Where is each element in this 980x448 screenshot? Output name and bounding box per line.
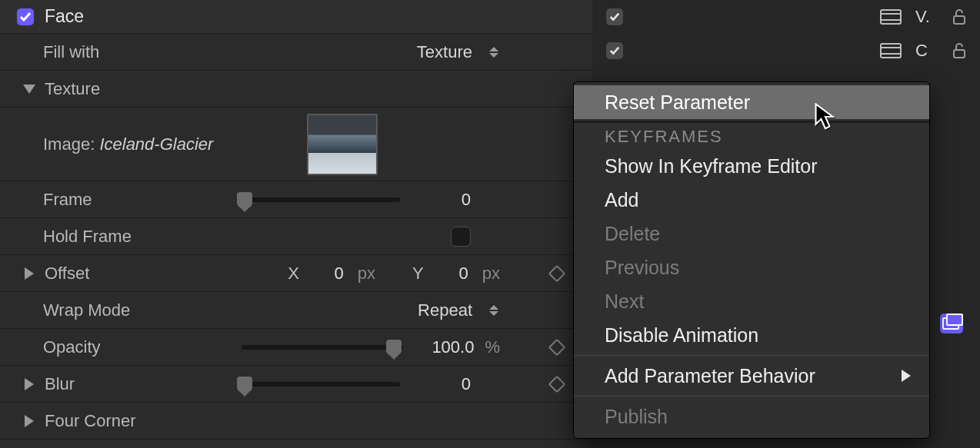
blur-row[interactable]: Blur 0 xyxy=(0,366,592,403)
svg-rect-3 xyxy=(954,16,965,24)
offset-x-value[interactable]: 0 xyxy=(313,264,344,284)
frame-slider[interactable] xyxy=(238,197,400,202)
image-name: Iceland-Glacier xyxy=(99,134,213,154)
image-thumbnail[interactable] xyxy=(307,114,378,175)
menu-add-keyframe[interactable]: Add xyxy=(574,183,929,217)
keyframe-diamond-icon[interactable] xyxy=(548,375,566,393)
opacity-row: Opacity 100.0 % xyxy=(0,329,592,366)
hold-frame-label: Hold Frame xyxy=(43,227,205,247)
four-corner-label: Four Corner xyxy=(45,411,206,431)
menu-add-parameter-behavior-label: Add Parameter Behavior xyxy=(605,365,815,387)
hold-frame-checkbox[interactable] xyxy=(451,227,471,247)
disclosure-triangle-right-icon[interactable] xyxy=(22,267,37,280)
offset-controls: X 0 px Y 0 px xyxy=(288,264,500,284)
group-title: Face xyxy=(45,6,84,27)
layer-row[interactable]: V. xyxy=(592,0,980,34)
fill-with-row: Fill with Texture xyxy=(0,34,592,71)
offset-label: Offset xyxy=(45,264,183,284)
menu-show-in-keyframe-editor[interactable]: Show In Keyframe Editor xyxy=(574,149,929,183)
svg-rect-4 xyxy=(881,44,901,58)
menu-publish: Publish xyxy=(574,400,929,433)
image-row: Image: Iceland-Glacier xyxy=(0,108,592,181)
frame-row: Frame 0 xyxy=(0,181,592,218)
menu-section-keyframes: KEYFRAMES xyxy=(574,124,929,149)
fill-with-label: Fill with xyxy=(43,42,205,62)
group-face-row[interactable]: Face xyxy=(0,0,592,34)
fill-with-value[interactable]: Texture xyxy=(417,42,472,62)
disclosure-triangle-right-icon[interactable] xyxy=(22,378,37,390)
hold-frame-row: Hold Frame xyxy=(0,218,592,255)
wrap-mode-label: Wrap Mode xyxy=(43,300,205,320)
svg-rect-7 xyxy=(954,50,965,58)
lock-icon[interactable] xyxy=(952,8,966,25)
inspector-panel: Face Fill with Texture Texture Image: Ic… xyxy=(0,0,592,448)
opacity-label: Opacity xyxy=(43,337,205,357)
keyframe-diamond-icon[interactable] xyxy=(548,264,566,282)
frame-value[interactable]: 0 xyxy=(411,190,471,210)
image-label: Image: xyxy=(43,134,95,154)
offset-row[interactable]: Offset X 0 px Y 0 px xyxy=(0,255,592,292)
wrap-mode-value[interactable]: Repeat xyxy=(418,300,472,320)
four-corner-row[interactable]: Four Corner xyxy=(0,403,592,440)
filmstrip-icon xyxy=(880,43,902,58)
offset-y-value[interactable]: 0 xyxy=(438,264,468,284)
clone-layer-icon[interactable] xyxy=(940,314,963,334)
texture-label: Texture xyxy=(45,79,100,99)
layer-checkbox[interactable] xyxy=(606,42,623,59)
popup-arrows-icon[interactable] xyxy=(489,305,500,316)
menu-reset-parameter[interactable]: Reset Parameter xyxy=(574,85,929,119)
texture-header-row[interactable]: Texture xyxy=(0,71,592,108)
offset-x-label: X xyxy=(288,264,299,284)
layer-row[interactable]: C xyxy=(592,34,980,68)
offset-y-label: Y xyxy=(412,264,424,284)
menu-disable-animation[interactable]: Disable Animation xyxy=(574,318,929,352)
blur-slider[interactable] xyxy=(238,382,400,387)
opacity-unit: % xyxy=(485,337,500,357)
opacity-slider[interactable] xyxy=(242,345,403,350)
opacity-value[interactable]: 100.0 xyxy=(414,337,474,357)
wrap-mode-row: Wrap Mode Repeat xyxy=(0,292,592,329)
menu-add-parameter-behavior[interactable]: Add Parameter Behavior xyxy=(574,359,929,393)
offset-x-unit: px xyxy=(358,264,375,284)
layer-name: V. xyxy=(915,7,938,27)
disclosure-triangle-down-icon[interactable] xyxy=(22,85,37,94)
filmstrip-icon xyxy=(880,9,902,25)
layer-checkbox[interactable] xyxy=(606,8,623,25)
parameter-context-menu: Reset Parameter KEYFRAMES Show In Keyfra… xyxy=(573,81,930,439)
frame-label: Frame xyxy=(43,190,205,210)
layer-name: C xyxy=(915,41,938,61)
svg-rect-0 xyxy=(881,10,901,24)
blur-label: Blur xyxy=(45,374,183,394)
menu-next-keyframe: Next xyxy=(574,284,929,318)
keyframe-diamond-icon[interactable] xyxy=(548,338,566,356)
face-checkbox[interactable] xyxy=(17,8,34,25)
submenu-arrow-icon xyxy=(902,370,911,382)
popup-arrows-icon[interactable] xyxy=(489,47,500,58)
disclosure-triangle-right-icon[interactable] xyxy=(22,415,37,427)
blur-value[interactable]: 0 xyxy=(411,374,471,394)
menu-previous-keyframe: Previous xyxy=(574,251,929,284)
menu-delete-keyframe: Delete xyxy=(574,217,929,251)
lock-icon[interactable] xyxy=(952,42,966,59)
offset-y-unit: px xyxy=(482,264,500,284)
